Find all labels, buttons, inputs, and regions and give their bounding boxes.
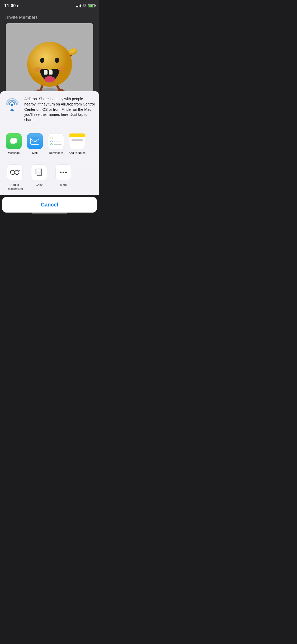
svg-point-14 — [44, 76, 55, 82]
svg-rect-12 — [44, 70, 48, 75]
svg-rect-21 — [36, 168, 41, 175]
app-item-notes[interactable]: Add to Notes — [68, 133, 87, 154]
battery-bolt-icon: ⚡ — [90, 5, 93, 7]
location-arrow-icon: ➤ — [17, 4, 19, 8]
notes-app-label: Add to Notes — [69, 151, 86, 154]
action-item-more[interactable]: More — [53, 164, 74, 191]
message-app-label: Message — [8, 151, 20, 154]
reminders-app-label: Reminders — [49, 151, 63, 154]
mail-icon-svg — [30, 137, 40, 145]
airdrop-icon-wrapper — [4, 96, 20, 112]
mail-app-icon — [27, 133, 43, 149]
notes-app-icon — [69, 133, 85, 149]
actions-section: Add toReading List Copy — [0, 160, 99, 195]
status-icons: ⚡ — [76, 4, 95, 8]
reminder-dot-green — [50, 143, 53, 145]
wifi-icon — [82, 4, 87, 8]
battery-indicator: ⚡ — [88, 4, 95, 7]
more-dot-3 — [65, 172, 67, 173]
apps-section: Message Mail — [0, 128, 99, 160]
reminders-icon-inner — [48, 135, 64, 148]
reading-list-label: Add toReading List — [7, 183, 23, 191]
more-dot-1 — [60, 172, 62, 173]
airdrop-description: AirDrop. Share instantly with people nea… — [24, 96, 95, 122]
promo-image — [6, 23, 93, 103]
glasses-icon — [10, 169, 20, 176]
back-label: Invite Members — [7, 15, 38, 20]
emoji-character-svg — [21, 29, 79, 97]
app-item-message[interactable]: Message — [4, 133, 23, 154]
reminder-line-1 — [54, 138, 62, 138]
copy-label: Copy — [36, 183, 43, 187]
svg-rect-13 — [49, 70, 53, 75]
more-label: More — [60, 183, 67, 187]
cancel-button[interactable]: Cancel — [2, 197, 97, 213]
back-button[interactable]: ‹ Invite Members — [4, 15, 38, 21]
svg-point-18 — [15, 170, 19, 174]
notes-icon-inner — [69, 134, 85, 149]
airdrop-section[interactable]: AirDrop. Share instantly with people nea… — [0, 91, 99, 128]
share-sheet-panel: AirDrop. Share instantly with people nea… — [0, 91, 99, 195]
share-sheet: AirDrop. Share instantly with people nea… — [0, 91, 99, 215]
mail-app-label: Mail — [32, 151, 37, 154]
more-dots-icon — [60, 172, 67, 173]
notes-line-2 — [72, 140, 83, 141]
airdrop-description-text: AirDrop. Share instantly with people nea… — [24, 97, 95, 122]
signal-bar-3 — [79, 5, 79, 7]
app-item-mail[interactable]: Mail — [25, 133, 44, 154]
reminder-row-2 — [50, 140, 62, 142]
action-item-copy[interactable]: Copy — [29, 164, 50, 191]
reminder-line-2 — [54, 141, 62, 141]
time-display: 11:00 — [4, 3, 16, 8]
reminder-line-3 — [54, 144, 62, 145]
svg-point-10 — [40, 58, 44, 63]
copy-icon-box — [31, 164, 47, 180]
notes-yellow-strip — [69, 134, 85, 137]
reminder-dot-orange — [50, 137, 53, 139]
svg-point-11 — [55, 58, 59, 63]
status-bar: 11:00 ➤ ⚡ — [0, 0, 99, 12]
message-app-icon — [6, 133, 22, 149]
signal-bar-2 — [77, 6, 78, 7]
reminder-dot-blue — [50, 140, 53, 142]
message-icon-svg — [9, 136, 18, 146]
svg-point-17 — [11, 170, 15, 174]
reminders-app-icon — [48, 133, 64, 149]
actions-row: Add toReading List Copy — [4, 164, 95, 191]
more-icon-box — [55, 164, 71, 180]
notes-line-1 — [72, 139, 83, 140]
status-time: 11:00 ➤ — [4, 3, 19, 8]
reading-list-icon-box — [7, 164, 23, 180]
airdrop-icon — [4, 96, 20, 112]
notes-line-3 — [72, 142, 78, 142]
battery-icon: ⚡ — [88, 4, 95, 7]
svg-point-15 — [11, 104, 13, 106]
more-dot-2 — [63, 172, 64, 173]
svg-rect-16 — [31, 138, 39, 144]
nav-bar: ‹ Invite Members — [0, 12, 99, 23]
app-item-reminders[interactable]: Reminders — [46, 133, 65, 154]
apps-row: Message Mail — [4, 133, 95, 154]
signal-bars — [76, 4, 81, 7]
home-indicator — [32, 212, 67, 214]
cancel-label: Cancel — [41, 202, 58, 208]
reminder-row-1 — [50, 137, 62, 139]
back-chevron-icon: ‹ — [4, 15, 6, 21]
signal-bar-4 — [80, 4, 81, 7]
signal-bar-1 — [76, 6, 77, 7]
reminder-row-3 — [50, 143, 62, 145]
action-item-reading-list[interactable]: Add toReading List — [4, 164, 25, 191]
copy-icon — [35, 168, 43, 177]
